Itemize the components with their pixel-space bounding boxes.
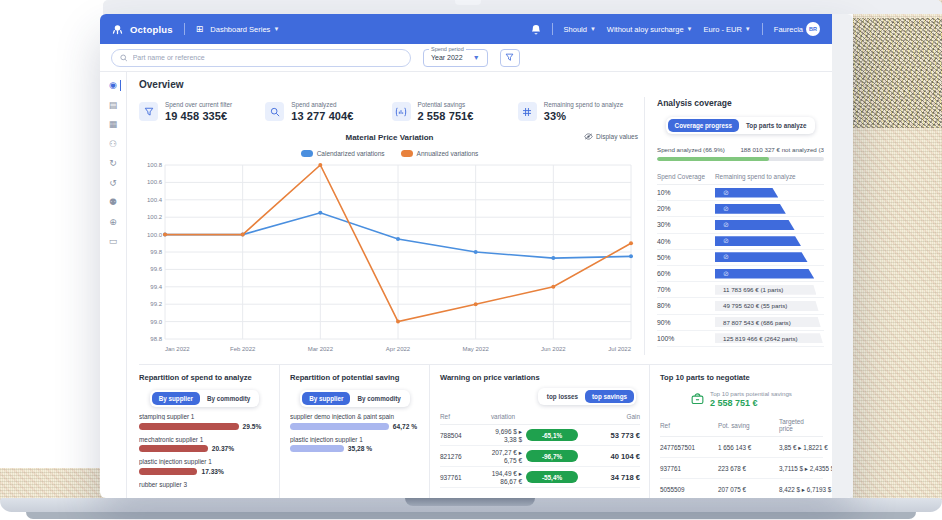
kpi-text: Spend analyzed13 277 404€ bbox=[291, 101, 353, 122]
repartition-value: 20.37% bbox=[212, 445, 234, 452]
search-field[interactable] bbox=[111, 49, 411, 67]
warning-row[interactable]: 7885049,696 $ ▸ 3,38 $-65,1%53 773 € bbox=[440, 425, 640, 446]
coverage-tab-1[interactable]: Coverage progress bbox=[668, 119, 739, 132]
kpi-magnifier: Spend analyzed13 277 404€ bbox=[265, 101, 391, 122]
chevron-down-icon: ▼ bbox=[745, 26, 751, 32]
coverage-table: Spend Coverage Remaining spend to analyz… bbox=[657, 173, 824, 347]
warning-gain: 53 773 € bbox=[582, 431, 640, 440]
coverage-pct: 70% bbox=[657, 286, 715, 293]
legend-dot bbox=[401, 150, 413, 157]
spend-repartition-tab-2[interactable]: By commodity bbox=[200, 392, 257, 405]
saving-repartition-tab-1[interactable]: By supplier bbox=[302, 392, 350, 405]
warning-ref: 937761 bbox=[440, 474, 480, 481]
laptop-camera bbox=[455, 0, 481, 5]
coverage-row: 10%⊘ bbox=[657, 185, 824, 201]
divider bbox=[762, 23, 763, 35]
svg-text:100.6: 100.6 bbox=[147, 179, 163, 185]
coverage-pct: 10% bbox=[657, 189, 715, 196]
part-pot-saving: 223 678 € bbox=[718, 465, 776, 472]
dashboard-series-menu[interactable]: Dashboard Series ▼ bbox=[210, 25, 279, 34]
top-part-row[interactable]: 24776575011 656 143 €3,85 € ▸ 1,8221 € bbox=[660, 437, 823, 458]
svg-text:Jul 2022: Jul 2022 bbox=[608, 346, 631, 352]
chevron-down-icon: ▼ bbox=[473, 54, 480, 61]
scroll-gutter[interactable] bbox=[832, 14, 853, 498]
svg-text:Jun 2022: Jun 2022 bbox=[541, 346, 566, 352]
locked-bar: ⊘ bbox=[715, 252, 808, 262]
display-values-toggle[interactable]: Display values bbox=[584, 133, 638, 140]
warnings-tab-2[interactable]: top savings bbox=[585, 390, 634, 403]
coverage-row: 40%⊘ bbox=[657, 234, 824, 250]
eye-off-icon bbox=[584, 133, 593, 140]
part-ref: 5055509 bbox=[660, 486, 715, 493]
spend-period-label: Spend period bbox=[429, 46, 466, 52]
sidebar-item-documents[interactable]: ▤ bbox=[100, 101, 126, 110]
topbar-menu-item-2[interactable]: Without aloy surcharge▼ bbox=[607, 25, 693, 34]
sidebar-item-analytics[interactable]: ▦ bbox=[100, 120, 126, 129]
warnings-table: Ref variation Gain 7885049,696 $ ▸ 3,38 … bbox=[440, 413, 640, 488]
sidebar-item-messages[interactable]: ▭ bbox=[100, 237, 126, 246]
svg-text:100.0: 100.0 bbox=[147, 232, 163, 238]
sidebar-item-export[interactable]: ↺ bbox=[100, 179, 126, 188]
svg-text:98.8: 98.8 bbox=[150, 336, 162, 342]
variation-badge: -65,1% bbox=[526, 429, 578, 441]
repartition-label: supplier demo injection & paint spain bbox=[290, 413, 420, 420]
suppliers-icon: ⚇ bbox=[109, 139, 117, 149]
bell-icon[interactable] bbox=[531, 24, 541, 35]
kpi-value: 13 277 404€ bbox=[291, 110, 353, 122]
coverage-row: 30%⊘ bbox=[657, 217, 824, 233]
coverage-row: 50%⊘ bbox=[657, 250, 824, 266]
divider bbox=[552, 23, 553, 35]
repartition-item: supplier demo injection & paint spain64,… bbox=[290, 413, 420, 430]
coverage-row: 70%11 783 696 € (1 parts) bbox=[657, 282, 824, 298]
sidebar-item-suppliers[interactable]: ⚇ bbox=[100, 140, 126, 149]
topbar: Octoplus ⊞ Dashboard Series ▼ Should▼Wit… bbox=[100, 14, 832, 44]
overview-icon: ◉ bbox=[109, 80, 117, 90]
funnel-icon bbox=[139, 102, 158, 121]
top-part-row[interactable]: 5055509207 075 €8,422 $ ▸ 6,7193 $ bbox=[660, 479, 823, 498]
repartition-value: 17.33% bbox=[201, 468, 223, 475]
spend-period-value: Year 2022 bbox=[431, 54, 463, 61]
search-input[interactable] bbox=[133, 54, 402, 61]
part-pot-saving: 1 656 143 € bbox=[718, 444, 776, 451]
saving-repartition-tab-2[interactable]: By commodity bbox=[350, 392, 407, 405]
repartition-value: 64,72 % bbox=[393, 423, 417, 430]
price-warnings-panel: Warning on price variations top lossesto… bbox=[429, 365, 649, 498]
spend-repartition-tab-1[interactable]: By supplier bbox=[152, 392, 200, 405]
coverage-pct: 40% bbox=[657, 238, 715, 245]
coverage-tab-2[interactable]: Top parts to analyze bbox=[739, 119, 813, 132]
sidebar: ◉▤▦⚇↻↺⚉⊕▭ bbox=[100, 72, 127, 498]
coverage-pct: 20% bbox=[657, 205, 715, 212]
svg-text:100.4: 100.4 bbox=[147, 197, 163, 203]
repartition-item: stamping supplier 129.5% bbox=[139, 413, 270, 430]
repartition-label: plastic injection supplier 1 bbox=[290, 436, 420, 443]
advanced-filter-button[interactable] bbox=[500, 49, 520, 67]
topbar-menu-item-1[interactable]: Should▼ bbox=[564, 25, 596, 34]
warning-row[interactable]: 937761194,49 € ▸ 86,67 €-55,4%34 718 € bbox=[440, 467, 640, 488]
remaining-spend-bar: 11 783 696 € (1 parts) bbox=[715, 285, 816, 295]
sidebar-item-import[interactable]: ↻ bbox=[100, 159, 126, 168]
warnings-tab-1[interactable]: top losses bbox=[540, 390, 585, 403]
logo-text[interactable]: Octoplus bbox=[130, 24, 173, 35]
company-name: Faurecia bbox=[774, 25, 803, 34]
sidebar-item-network[interactable]: ⚉ bbox=[100, 198, 126, 207]
avatar[interactable]: BR bbox=[806, 22, 820, 36]
svg-text:May 2022: May 2022 bbox=[462, 346, 489, 352]
sidebar-item-overview[interactable]: ◉ bbox=[100, 81, 126, 90]
spend-period-select[interactable]: Spend period Year 2022 ▼ bbox=[423, 49, 488, 67]
top-part-row[interactable]: 937761223 678 €3,7115 $ ▸ 2,4355 $ bbox=[660, 458, 823, 479]
topbar-menu-item-3[interactable]: Euro - EUR▼ bbox=[704, 25, 751, 34]
dashboard-series-label: Dashboard Series bbox=[210, 25, 270, 34]
kpi-text: Spend over current filter19 458 335€ bbox=[165, 101, 232, 122]
top-parts-table: Ref Pot. saving Targeted price 247765750… bbox=[660, 418, 823, 498]
top-parts-panel: Top 10 parts to negotiate Top 10 parts p… bbox=[649, 365, 832, 498]
documents-icon: ▤ bbox=[109, 100, 118, 110]
sidebar-item-search-parts[interactable]: ⊕ bbox=[100, 218, 126, 227]
coverage-pct: 90% bbox=[657, 319, 715, 326]
svg-text:99.0: 99.0 bbox=[150, 319, 162, 325]
remaining-spend-bar: 87 807 543 € (686 parts) bbox=[715, 317, 821, 327]
account-menu[interactable]: Faurecia BR bbox=[774, 22, 820, 36]
locked-icon: ⊘ bbox=[723, 205, 729, 213]
repartition-bar bbox=[290, 445, 344, 452]
svg-text:Apr 2022: Apr 2022 bbox=[386, 346, 411, 352]
warning-row[interactable]: 821276207,27 € ▸ 6,75 €-96,7%40 104 € bbox=[440, 446, 640, 467]
